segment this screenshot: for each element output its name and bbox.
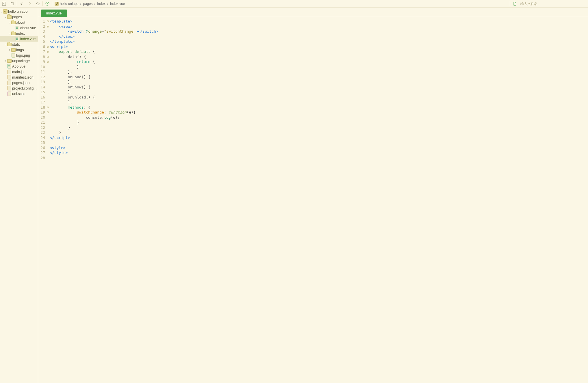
tree-file[interactable]: App.vue bbox=[0, 64, 38, 69]
code-editor[interactable]: 1234567891011121314151617181920212223242… bbox=[38, 17, 588, 383]
code-line[interactable]: onUnload() { bbox=[50, 95, 588, 100]
code-line[interactable]: data() { bbox=[50, 54, 588, 60]
chevron-down-icon[interactable]: ⌄ bbox=[8, 21, 11, 24]
tree-file[interactable]: index.vue bbox=[0, 36, 38, 42]
file-search-input[interactable] bbox=[520, 1, 585, 6]
scss-file-icon bbox=[7, 92, 12, 96]
chevron-right-icon: › bbox=[107, 2, 108, 6]
tree-file[interactable]: project.config... bbox=[0, 85, 38, 91]
tree-file[interactable]: pages.json bbox=[0, 80, 38, 85]
breadcrumb-item[interactable]: pages bbox=[83, 2, 93, 6]
code-line[interactable]: switchChange: function(e){ bbox=[50, 110, 588, 115]
tree-project[interactable]: ⌄Uhello uniapp bbox=[0, 9, 38, 14]
fold-column[interactable]: ⊟⊟⊟⊟⊟⊟⊟⊟ bbox=[46, 17, 49, 383]
chevron-down-icon[interactable]: ⌄ bbox=[8, 32, 11, 35]
code-line[interactable] bbox=[50, 155, 588, 161]
tree-file[interactable]: about.vue bbox=[0, 25, 38, 31]
line-number: 19 bbox=[38, 110, 45, 115]
breadcrumb-item[interactable]: index bbox=[97, 2, 105, 6]
code-line[interactable]: <view> bbox=[50, 24, 588, 29]
code-line[interactable]: <style> bbox=[50, 145, 588, 150]
run-button[interactable] bbox=[43, 0, 51, 7]
tree-item-label: logo.png bbox=[16, 53, 30, 57]
tree-file[interactable]: manifest.json bbox=[0, 75, 38, 80]
code-line[interactable]: return { bbox=[50, 59, 588, 64]
code-line[interactable]: <template> bbox=[50, 19, 588, 24]
code-line[interactable]: } bbox=[50, 120, 588, 125]
code-line[interactable]: onLoad() { bbox=[50, 75, 588, 80]
code-line[interactable]: console.log(e); bbox=[50, 115, 588, 120]
nav-back-button[interactable] bbox=[18, 0, 26, 7]
tree-folder[interactable]: ⌄index bbox=[0, 31, 38, 36]
fold-marker bbox=[46, 150, 49, 155]
tree-folder[interactable]: ⌄pages bbox=[0, 14, 38, 20]
line-number: 1 bbox=[38, 19, 45, 24]
fold-marker bbox=[46, 79, 49, 85]
code-line[interactable]: </view> bbox=[50, 34, 588, 39]
project-icon: U bbox=[3, 9, 8, 14]
tree-item-label: index.vue bbox=[20, 37, 36, 41]
code-line[interactable]: </style> bbox=[50, 150, 588, 155]
fold-marker[interactable]: ⊟ bbox=[46, 110, 49, 115]
chevron-right-icon[interactable]: › bbox=[4, 59, 7, 62]
code-line[interactable]: </template> bbox=[50, 39, 588, 44]
folder-icon bbox=[11, 21, 16, 24]
code-line[interactable]: methods: { bbox=[50, 105, 588, 110]
tree-file[interactable]: logo.png bbox=[0, 53, 38, 58]
code-line[interactable]: } bbox=[50, 125, 588, 130]
code-line[interactable]: } bbox=[50, 130, 588, 135]
tab-index-vue[interactable]: index.vue bbox=[41, 10, 67, 17]
json-file-icon bbox=[7, 81, 12, 85]
new-file-icon[interactable] bbox=[513, 2, 517, 6]
collapse-panel-button[interactable] bbox=[0, 0, 8, 7]
code-line[interactable]: <script> bbox=[50, 44, 588, 49]
line-number: 23 bbox=[38, 130, 45, 135]
tree-file[interactable]: uni.scss bbox=[0, 91, 38, 96]
breadcrumb-item[interactable]: index.vue bbox=[110, 2, 125, 6]
fold-marker bbox=[46, 69, 49, 75]
file-explorer[interactable]: ⌄Uhello uniapp⌄pages⌄aboutabout.vue⌄inde… bbox=[0, 8, 38, 383]
fold-marker[interactable]: ⊟ bbox=[46, 59, 49, 64]
chevron-down-icon[interactable]: ⌄ bbox=[4, 15, 7, 18]
fold-marker[interactable]: ⊟ bbox=[46, 19, 49, 24]
tree-item-label: about.vue bbox=[20, 26, 36, 30]
code-line[interactable]: }, bbox=[50, 90, 588, 95]
tree-folder[interactable]: ›imgs bbox=[0, 47, 38, 53]
line-number: 12 bbox=[38, 75, 45, 80]
tree-file[interactable]: main.js bbox=[0, 69, 38, 75]
fold-marker[interactable]: ⊟ bbox=[46, 54, 49, 60]
code-line[interactable] bbox=[50, 140, 588, 145]
favorite-button[interactable] bbox=[34, 0, 42, 7]
code-line[interactable]: export default { bbox=[50, 49, 588, 54]
fold-marker[interactable]: ⊟ bbox=[46, 24, 49, 29]
tree-folder[interactable]: ⌄static bbox=[0, 42, 38, 47]
code-line[interactable]: } bbox=[50, 64, 588, 70]
tree-item-label: App.vue bbox=[12, 64, 25, 68]
tree-folder[interactable]: ›unpackage bbox=[0, 58, 38, 64]
code-line[interactable]: }, bbox=[50, 79, 588, 85]
code-line[interactable]: }, bbox=[50, 69, 588, 75]
code-line[interactable]: <switch @change="switchChange"></switch> bbox=[50, 29, 588, 34]
fold-marker[interactable]: ⊟ bbox=[46, 49, 49, 54]
chevron-down-icon[interactable]: ⌄ bbox=[4, 43, 7, 46]
chevron-down-icon[interactable]: ⌄ bbox=[0, 10, 3, 13]
fold-marker[interactable]: ⊟ bbox=[46, 105, 49, 110]
line-number: 4 bbox=[38, 34, 45, 39]
chevron-right-icon[interactable]: › bbox=[8, 48, 11, 51]
line-number: 3 bbox=[38, 29, 45, 34]
code-content[interactable]: <template> <view> <switch @change="switc… bbox=[49, 17, 588, 383]
tree-item-label: static bbox=[12, 42, 21, 47]
tree-item-label: main.js bbox=[12, 70, 24, 74]
save-button[interactable] bbox=[8, 0, 16, 7]
fold-marker bbox=[46, 100, 49, 105]
line-number: 7 bbox=[38, 49, 45, 54]
nav-forward-button[interactable] bbox=[26, 0, 34, 7]
tree-folder[interactable]: ⌄about bbox=[0, 20, 38, 25]
code-line[interactable]: }, bbox=[50, 100, 588, 105]
top-toolbar: U hello uniapp › pages › index › index.v… bbox=[0, 0, 588, 8]
fold-marker[interactable]: ⊟ bbox=[46, 44, 49, 49]
breadcrumb-project[interactable]: U hello uniapp bbox=[55, 2, 79, 6]
code-line[interactable]: </script> bbox=[50, 135, 588, 140]
tree-item-label: hello uniapp bbox=[8, 10, 27, 14]
code-line[interactable]: onShow() { bbox=[50, 85, 588, 90]
